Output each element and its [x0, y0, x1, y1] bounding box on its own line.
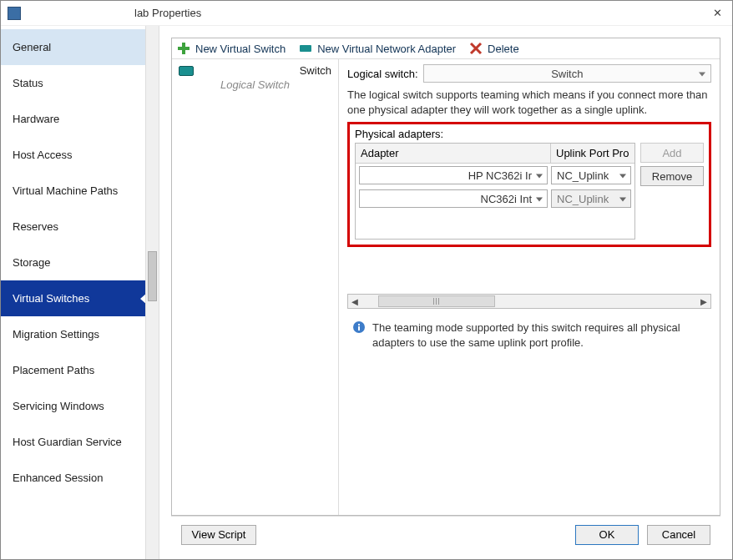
app-icon	[8, 7, 21, 20]
sidebar-item-enhanced-session[interactable]: Enhanced Session	[1, 460, 145, 496]
scrollbar-thumb[interactable]	[378, 295, 495, 307]
ok-button[interactable]: OK	[575, 525, 639, 545]
svg-rect-1	[178, 47, 190, 50]
sidebar-item-storage[interactable]: Storage	[1, 245, 145, 280]
scroll-right-icon[interactable]: ►	[697, 295, 710, 308]
remove-adapter-button[interactable]: Remove	[640, 166, 704, 186]
sidebar-item-migration-settings[interactable]: Migration Settings	[1, 316, 145, 352]
sidebar-item-virtual-switches[interactable]: Virtual Switches	[1, 280, 145, 316]
column-header-adapter[interactable]: Adapter	[356, 144, 551, 163]
sidebar-scrollbar[interactable]	[145, 26, 159, 559]
sidebar-item-placement-paths[interactable]: Placement Paths	[1, 352, 145, 388]
uplink-combo: NC_Uplink	[551, 189, 631, 208]
toolbar: New Virtual Switch New Virtual Network A…	[172, 38, 720, 59]
sidebar-item-status[interactable]: Status	[1, 65, 145, 101]
sidebar-item-host-access[interactable]: Host Access	[1, 137, 145, 173]
switch-subtitle: Logical Switch	[179, 77, 331, 91]
info-text: The teaming mode supported by this switc…	[372, 320, 706, 350]
dialog-window: lab Properties ✕ GeneralStatusHardwareHo…	[0, 0, 733, 560]
new-virtual-network-adapter-button[interactable]: New Virtual Network Adapter	[299, 42, 456, 55]
nic-icon	[299, 42, 312, 55]
svg-rect-7	[358, 324, 360, 325]
toolbar-label: Delete	[488, 43, 519, 55]
adapter-row: HP NC362i IrNC_Uplink	[356, 164, 634, 187]
new-virtual-switch-button[interactable]: New Virtual Switch	[177, 42, 286, 55]
toolbar-label: New Virtual Switch	[195, 43, 286, 55]
switch-detail: Logical switch: Switch The logical switc…	[339, 59, 720, 515]
adapter-combo[interactable]: NC362i Int	[359, 189, 548, 208]
horizontal-scrollbar[interactable]: ◄ ►	[347, 294, 711, 309]
uplink-combo[interactable]: NC_Uplink	[551, 166, 631, 184]
physical-adapters-section: Physical adapters: Adapter Uplink Port P…	[347, 122, 711, 247]
titlebar[interactable]: lab Properties ✕	[1, 1, 732, 26]
sidebar-item-host-guardian-service[interactable]: Host Guardian Service	[1, 424, 145, 460]
dialog-footer: View Script OK Cancel	[171, 516, 720, 552]
logical-switch-label: Logical switch:	[347, 68, 418, 80]
switch-list-item[interactable]: Switch Logical Switch	[172, 59, 338, 96]
close-icon[interactable]: ✕	[709, 7, 725, 19]
sidebar-item-reserves[interactable]: Reserves	[1, 209, 145, 245]
sidebar-item-hardware[interactable]: Hardware	[1, 101, 145, 137]
sidebar-item-servicing-windows[interactable]: Servicing Windows	[1, 388, 145, 424]
scroll-left-icon[interactable]: ◄	[348, 295, 361, 308]
add-adapter-button[interactable]: Add	[640, 143, 704, 163]
switch-list: Switch Logical Switch	[172, 59, 339, 515]
sidebar-item-general[interactable]: General	[1, 29, 145, 65]
cancel-button[interactable]: Cancel	[647, 525, 710, 545]
column-header-uplink[interactable]: Uplink Port Pro	[551, 144, 634, 163]
adapter-row: NC362i IntNC_Uplink	[356, 187, 634, 210]
toolbar-label: New Virtual Network Adapter	[317, 43, 456, 55]
delete-icon	[469, 42, 483, 55]
window-title: lab Properties	[26, 7, 709, 19]
svg-rect-2	[300, 45, 311, 52]
nic-icon	[179, 66, 194, 76]
sidebar-item-virtual-machine-paths[interactable]: Virtual Machine Paths	[1, 173, 145, 209]
logical-switch-combo[interactable]: Switch	[423, 64, 711, 83]
adapter-combo[interactable]: HP NC362i Ir	[359, 166, 548, 184]
info-icon	[352, 320, 366, 334]
delete-button[interactable]: Delete	[469, 42, 519, 55]
switch-name: Switch	[202, 64, 331, 77]
main-panel: New Virtual Switch New Virtual Network A…	[171, 38, 720, 516]
logical-switch-value: Switch	[429, 68, 705, 80]
view-script-button[interactable]: View Script	[181, 525, 256, 545]
adapter-grid: Adapter Uplink Port Pro HP NC362i IrNC_U…	[355, 143, 635, 240]
svg-rect-6	[358, 326, 360, 330]
physical-adapters-label: Physical adapters:	[355, 128, 704, 140]
scrollbar-thumb[interactable]	[148, 251, 157, 301]
logical-switch-help: The logical switch supports teaming whic…	[347, 88, 711, 117]
plus-icon	[177, 42, 190, 55]
sidebar-nav: GeneralStatusHardwareHost AccessVirtual …	[1, 26, 145, 559]
